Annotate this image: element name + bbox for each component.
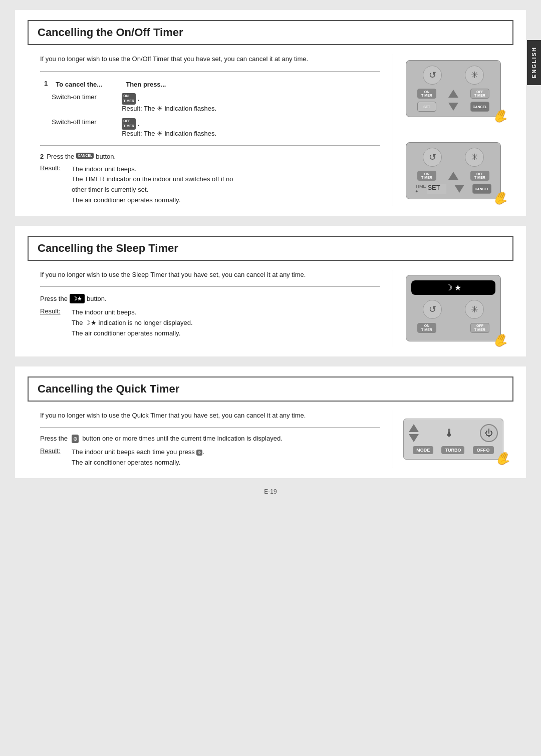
section3-result-text: The indoor unit beeps each time you pres…	[72, 447, 204, 468]
result-line2: The TIMER indicator on the indoor unit s…	[72, 174, 233, 185]
switch-on-press: ONTIMER . Result: The ☀ indication flash…	[122, 90, 380, 115]
remote1-btn2: ✳	[465, 66, 484, 85]
remote2-mid-row: ONTIMER OFFTIMER	[411, 171, 495, 181]
result-label1: Result:	[40, 164, 68, 206]
remote1-bot-row: SET CANCEL	[411, 102, 495, 112]
remote3: ☽ ★ ↺ ✳ ONTIMER	[406, 275, 501, 341]
switch-off-press: OFFTIMER . Result: The ☀ indication flas…	[122, 115, 380, 140]
on-timer-face3: ONTIMER	[417, 323, 436, 333]
remote2-btn1: ↺	[423, 148, 442, 167]
remote2-bot-row: TIME● SET CANCEL	[411, 184, 495, 194]
switch-on-label: Switch-on timer	[52, 90, 122, 115]
remote2-down-arrow	[454, 185, 464, 193]
off-quick-btn: OFF⊙	[473, 446, 494, 454]
section1-intro: If you no longer wish to use the On/Off …	[40, 54, 380, 64]
result-label2: Result:	[40, 307, 68, 338]
section3-title: Cancelling the Quick Timer	[28, 376, 513, 402]
section3-intro: If you no longer wish to use the Quick T…	[40, 411, 380, 421]
section1-right: ↺ ✳ ONTIMER OFFTIMER	[393, 54, 513, 206]
remote3-off-timer: OFFTIMER	[470, 323, 489, 333]
row1-result: Result: The ☀ indication flashes.	[122, 105, 216, 112]
remote2-time-set: TIME● SET	[415, 184, 447, 194]
section2-press-text: Press the	[40, 295, 68, 302]
cancel-face1: CANCEL	[470, 102, 489, 112]
cancel-btn-inline: CANCEL	[76, 153, 94, 159]
section-sleep-timer: Cancelling the Sleep Timer If you no lon…	[15, 226, 526, 356]
section3-press-row: Press the ⊙ button one or more times unt…	[40, 435, 380, 443]
arrows-col	[409, 424, 419, 442]
section2-title: Cancelling the Sleep Timer	[28, 236, 513, 261]
row2-result: Result: The ☀ indication flashes.	[122, 130, 216, 137]
remote1-set: SET	[417, 102, 436, 112]
section-on-off-timer: Cancelling the On/Off Timer If you no lo…	[15, 10, 526, 216]
step2-num: 2	[40, 153, 44, 160]
sleep-top-btn: ☽ ★	[411, 280, 495, 295]
quick-btn-result: ⊙	[196, 450, 202, 456]
remote3-container: ☽ ★ ↺ ✳ ONTIMER	[406, 275, 501, 341]
remote3-mid-row: ONTIMER OFFTIMER	[411, 323, 495, 333]
step2-press-text: Press the	[47, 153, 74, 160]
remote3-btn1: ↺	[423, 300, 442, 319]
section3-right: 🌡 ⏻ MODE TURBO OFF⊙ ✋	[393, 411, 513, 468]
section2-press-row: Press the ☽★ button.	[40, 294, 380, 303]
quick-result-line2: The air conditioner operates normally.	[72, 458, 204, 468]
sleep-result-line1: The indoor unit beeps.	[72, 307, 193, 318]
section2-result-text: The indoor unit beeps. The ☽★ indication…	[72, 307, 193, 338]
set-face: SET	[417, 102, 436, 112]
step1-num: 1	[44, 80, 48, 87]
remote1-up-arrow	[448, 90, 458, 98]
remote1-off-timer: OFFTIMER	[470, 89, 489, 99]
section2-intro: If you no longer wish to use the Sleep T…	[40, 270, 380, 280]
remote1-container: ↺ ✳ ONTIMER OFFTIMER	[406, 60, 501, 117]
remote1-btn1: ↺	[423, 66, 442, 85]
result-row: Result: The indoor unit beeps. The TIMER…	[40, 164, 380, 206]
remote3-btn2: ✳	[465, 300, 484, 319]
mode-btn: MODE	[413, 446, 433, 454]
on-timer-face: ONTIMER	[417, 89, 436, 99]
sleep-result-line2: The ☽★ indication is no longer displayed…	[72, 318, 193, 328]
section3-result-row: Result: The indoor unit beeps each time …	[40, 447, 380, 468]
section2-right: ☽ ★ ↺ ✳ ONTIMER	[393, 270, 513, 346]
sleep-star-icon: ★	[454, 283, 461, 292]
remote1-down-arrow	[448, 103, 458, 111]
off-timer-face1: OFFTIMER	[470, 89, 489, 99]
remote4: 🌡 ⏻ MODE TURBO OFF⊙	[403, 419, 503, 460]
remote1-on-timer: ONTIMER	[417, 89, 436, 99]
result-line3: other timer is currently set.	[72, 185, 233, 195]
section2-press-after: button.	[87, 295, 107, 302]
thermometer-icon: 🌡	[444, 427, 455, 440]
on-timer-btn-inline: ONTIMER	[122, 93, 136, 105]
remote2: ↺ ✳ ONTIMER OFFTIMER	[406, 142, 501, 199]
remote1-top-row: ↺ ✳	[411, 66, 495, 85]
on-timer-face2: ONTIMER	[417, 171, 436, 181]
sleep-moon-icon: ☽	[445, 283, 452, 292]
side-label: ENGLISH	[527, 40, 541, 85]
step1-col1-header: To cancel the...	[52, 79, 122, 90]
result-line4: The air conditioner operates normally.	[72, 195, 233, 206]
remote4-row1: 🌡 ⏻	[409, 424, 498, 442]
time-label: TIME●	[415, 184, 426, 194]
set-face2: SET	[427, 184, 446, 194]
cancel-face2: CANCEL	[472, 184, 491, 194]
section3-inner: If you no longer wish to use the Quick T…	[28, 411, 513, 468]
remote1-cancel: CANCEL	[470, 102, 489, 112]
quick-btn-inline: ⊙	[72, 435, 79, 443]
section3-press-text: Press the	[40, 435, 70, 442]
section2-inner: If you no longer wish to use the Sleep T…	[28, 270, 513, 346]
page: ENGLISH Cancelling the On/Off Timer If y…	[0, 0, 541, 756]
remote3-top-row: ↺ ✳	[411, 300, 495, 319]
off-timer-btn-inline: OFFTIMER	[122, 118, 136, 130]
off-timer-face2: OFFTIMER	[470, 171, 489, 181]
section1-title: Cancelling the On/Off Timer	[28, 20, 513, 45]
switch-off-label: Switch-off timer	[52, 115, 122, 140]
power-btn: ⏻	[480, 424, 498, 442]
remote2-btn2: ✳	[465, 148, 484, 167]
section2-left: If you no longer wish to use the Sleep T…	[28, 270, 393, 346]
section2-result-row: Result: The indoor unit beeps. The ☽★ in…	[40, 307, 380, 338]
remote2-top-row: ↺ ✳	[411, 148, 495, 167]
remote3-on-timer: ONTIMER	[417, 323, 436, 333]
remote2-up-arrow	[448, 172, 458, 180]
remote2-off-timer: OFFTIMER	[470, 171, 489, 181]
step1-table: 1 To cancel the... Then press... Switch-…	[40, 79, 380, 140]
section1-left: If you no longer wish to use the On/Off …	[28, 54, 393, 206]
